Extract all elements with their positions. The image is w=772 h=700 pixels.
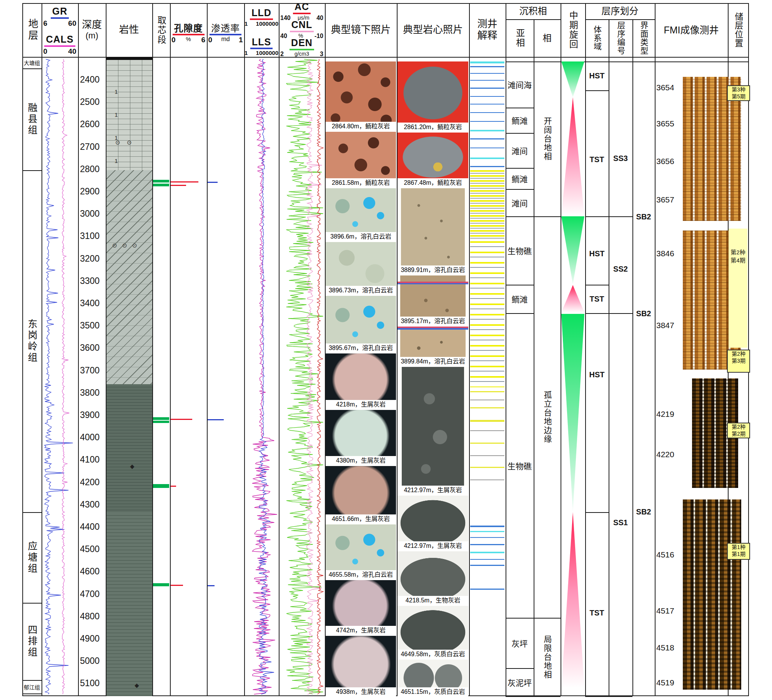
depth-tick-3300: 3300 [80, 276, 105, 286]
reservoir-badge-2: 第2种第3期 [727, 350, 750, 373]
depth-tick-4400: 4400 [80, 522, 105, 532]
micro-photo-2: 3896.6m，溶孔白云岩 [326, 188, 396, 241]
depth-tick-3100: 3100 [80, 231, 105, 241]
strata-cell-1: 融县组 [22, 68, 42, 170]
header-den: DEN 2 g/cm3 3 [279, 39, 325, 56]
depth-tick-5000: 5000 [80, 656, 105, 666]
fmi-depth-3655: 3655 [656, 119, 681, 128]
seqno-border [609, 216, 632, 217]
micro-photo-8: 4655.58m，溶孔白云岩 [326, 524, 396, 579]
column-border [632, 19, 633, 696]
depth-tick-2800: 2800 [80, 164, 105, 174]
permeability-spike [208, 419, 224, 420]
micro-photo-caption: 4651.66m，生屑灰岩 [326, 514, 396, 523]
interp-bar [470, 166, 504, 167]
lithology-symbol: ◆ [135, 682, 139, 689]
core-photo-caption: 4651.15m，灰质白云岩 [398, 687, 468, 696]
column-border [655, 3, 656, 696]
tract-cell-5: TST [585, 607, 609, 618]
header-depth: 深度 (m) [78, 3, 106, 57]
column-border [78, 3, 79, 696]
interp-bar [470, 420, 504, 422]
header-facies: 相 [534, 19, 561, 57]
column-border [561, 3, 561, 696]
header-seq-no: 层序编号 [609, 19, 632, 57]
subfacies-cell-2: 滩间 [506, 133, 534, 168]
seqno-cell-2: SS1 [609, 517, 632, 528]
well-log-composite-chart: 地层 GR 6 60 CALS 0 40 深度 (m) 岩性 取芯段 孔隙度 0… [0, 0, 772, 700]
subfacies-label: 亚相 [514, 28, 524, 48]
core-photo-caption: 3899.84m，溶孔白云岩 [398, 357, 468, 366]
header-porosity: 孔隙度 0 % 6 [170, 23, 207, 45]
header-lithology: 岩性 [106, 3, 152, 57]
depth-tick-3500: 3500 [80, 320, 105, 331]
lithology-label: 岩性 [119, 24, 139, 36]
header-strata: 地层 [22, 3, 42, 57]
fmi-depth-4220: 4220 [656, 450, 681, 459]
mid-cycle-pink-5 [561, 512, 584, 688]
core-photo-caption: 2861.20m，鲕粒灰岩 [398, 123, 468, 131]
depth-tick-3900: 3900 [80, 410, 105, 420]
fmi-strip-3 [683, 499, 741, 690]
facies-cell-label: 局限台地相 [541, 635, 553, 679]
reservoir-badge-label: 第3种 [729, 86, 749, 93]
core-photo-2: 3889.91m，溶孔白云岩 [398, 188, 468, 274]
interp-bar [470, 148, 504, 148]
gr-curve [45, 59, 73, 694]
permeability-spike [208, 585, 215, 586]
strata-cell-4: 四排组 [22, 603, 42, 680]
facies-cell-2: 局限台地相 [534, 618, 561, 696]
subfacies-cell-4: 滩间 [506, 189, 534, 216]
lithology-segment-1 [106, 60, 152, 170]
lld-max: 1000000 [256, 20, 278, 27]
tract-cell-3: TST [585, 294, 609, 304]
depth-tick-2600: 2600 [80, 119, 105, 129]
lithology-segment-3 [106, 384, 152, 512]
micro-photo-10: 4938m，生屑灰岩 [326, 636, 396, 696]
header-systems-tract: 体系域 [585, 19, 609, 57]
depth-label: 深度 [82, 19, 102, 31]
den-label: DEN [290, 37, 314, 50]
seqno-border [609, 313, 632, 314]
lld-curve [252, 59, 277, 694]
depth-tick-4100: 4100 [80, 455, 105, 465]
lithology-segment-0 [106, 57, 152, 60]
column-border [244, 3, 245, 696]
fmi-label: FMI成像测井 [664, 25, 719, 36]
interp-bar [470, 531, 504, 532]
sequence-group-label: 层序划分 [602, 6, 639, 17]
core-photo-1: 2867.48m，鲕粒灰岩 [398, 133, 468, 187]
column-border [279, 3, 280, 696]
gr-curve-label: GR [51, 6, 69, 19]
lld-label: LLD [250, 7, 273, 20]
fmi-depth-3657: 3657 [656, 195, 681, 204]
depth-tick-4000: 4000 [80, 432, 105, 443]
facies-cell-label: 孤立台地边缘 [541, 391, 553, 444]
interp-bar [470, 391, 504, 392]
depth-tick-4900: 4900 [80, 634, 105, 644]
strata-cell-label: 融县组 [25, 103, 39, 136]
subfacies-cell-5: 生物礁 [506, 216, 534, 285]
facies-cell-1: 孤立台地边缘 [534, 216, 561, 618]
core-interval-mark [153, 484, 169, 488]
interp-bar [470, 158, 504, 159]
boundary-label-1: SB2 [632, 309, 655, 318]
fmi-depth-4517: 4517 [656, 606, 681, 615]
boundary-type-label: 界面类型 [639, 21, 648, 55]
permeability-unit: md [221, 36, 230, 44]
micro-photo-0: 2864.80m，鲕粒灰岩 [326, 61, 396, 131]
micro-photo-caption: 2861.58m，鲕粒灰岩 [326, 178, 396, 187]
micro-photos-label: 典型镜下照片 [331, 24, 391, 36]
interp-bar [470, 138, 504, 139]
row-border [506, 19, 561, 20]
header-core-section: 取芯段 [152, 3, 170, 57]
interp-bar [470, 66, 504, 67]
facies-label: 相 [543, 33, 552, 43]
facies-cell-0: 开阔台地相 [534, 61, 561, 216]
core-photo-caption: 4649.58m，灰质白云岩 [398, 650, 468, 659]
header-log-interp: 测井 解释 [469, 3, 506, 57]
cnl-max: -10 [314, 33, 323, 40]
micro-photo-caption: 4380m，生屑灰岩 [326, 456, 396, 465]
fmi-depth-3846: 3846 [656, 249, 681, 258]
depth-tick-3600: 3600 [80, 343, 105, 353]
